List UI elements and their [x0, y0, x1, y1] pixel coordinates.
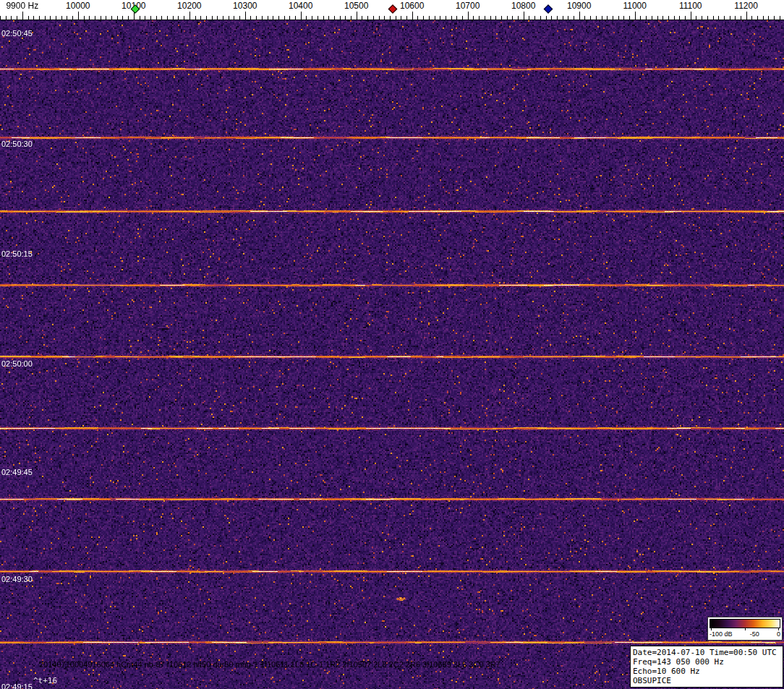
freq-label-10300: 10300 [233, 1, 257, 11]
minor-tick [668, 16, 669, 20]
minor-tick [574, 16, 574, 20]
freq-label-10900: 10900 [567, 1, 591, 11]
minor-tick [61, 16, 62, 20]
minor-tick [178, 16, 179, 20]
major-tick [635, 12, 636, 20]
major-tick [189, 12, 190, 20]
minor-tick [584, 16, 585, 20]
minor-tick [206, 16, 207, 20]
minor-tick [95, 16, 95, 20]
freq-label-11100: 11100 [679, 1, 702, 11]
minor-tick [101, 16, 101, 20]
minor-tick [406, 16, 407, 20]
minor-tick [780, 16, 780, 20]
minor-tick [512, 16, 513, 20]
waterfall-area: 02:50:4502:50:3002:50:1502:50:0002:49:45… [0, 20, 784, 689]
freq-label-10800: 10800 [511, 1, 535, 11]
minor-tick [417, 16, 418, 20]
minor-tick [546, 16, 547, 20]
major-tick [746, 12, 747, 20]
minor-tick [111, 16, 112, 20]
colorbar-ticks [710, 628, 780, 630]
major-tick [301, 12, 302, 20]
spectrogram-canvas[interactable] [0, 20, 784, 689]
minor-tick [657, 16, 658, 20]
minor-tick [234, 16, 234, 20]
minor-tick [351, 16, 351, 20]
info-date-line: Date=2014-07-10 Time=00:50 UTC [633, 648, 780, 657]
freq-label-11000: 11000 [623, 1, 646, 11]
minor-tick [674, 16, 675, 20]
minor-tick [446, 16, 446, 20]
minor-tick [451, 16, 452, 20]
minor-tick [440, 16, 440, 20]
minor-tick [67, 16, 67, 20]
minor-tick [229, 16, 229, 20]
minor-tick [161, 16, 162, 20]
red-diamond-marker[interactable] [388, 4, 397, 14]
major-tick [468, 12, 469, 20]
minor-tick [607, 16, 608, 20]
minor-tick [735, 16, 736, 20]
minor-tick [289, 16, 290, 20]
minor-tick [473, 16, 474, 20]
minor-tick [0, 16, 1, 20]
minor-tick [718, 16, 719, 20]
minor-tick [373, 16, 374, 20]
minor-tick [730, 16, 730, 20]
minor-tick [334, 16, 335, 20]
minor-tick [679, 16, 680, 20]
minor-tick [122, 16, 123, 20]
major-tick [22, 12, 23, 20]
minor-tick [128, 16, 129, 20]
db-colorbar-legend: -100 dB -50 0 [707, 617, 783, 641]
minor-tick [367, 16, 368, 20]
minor-tick [429, 16, 430, 20]
colorbar-label-mid: -50 [750, 630, 759, 638]
minor-tick [140, 16, 140, 20]
minor-tick [28, 16, 29, 20]
minor-tick [495, 16, 496, 20]
minor-tick [529, 16, 529, 20]
minor-tick [262, 16, 263, 20]
minor-tick [145, 16, 145, 20]
minor-tick [590, 16, 591, 20]
minor-tick [423, 16, 424, 20]
minor-tick [184, 16, 184, 20]
major-tick [579, 12, 580, 20]
minor-tick [713, 16, 714, 20]
minor-tick [757, 16, 758, 20]
event-detection-text: 20140710004916064 hCnt44 nb-87 f10612 hi… [39, 660, 500, 669]
minor-tick [312, 16, 312, 20]
minor-tick [462, 16, 463, 20]
minor-tick [568, 16, 568, 20]
minor-tick [250, 16, 251, 20]
minor-tick [534, 16, 535, 20]
minor-tick [268, 16, 268, 20]
time-label-3: 02:50:00 [1, 359, 33, 368]
freq-label-9900: 9900 Hz [6, 1, 38, 11]
minor-tick [646, 16, 647, 20]
minor-tick [17, 16, 17, 20]
minor-tick [640, 16, 641, 20]
minor-tick [629, 16, 630, 20]
time-label-5: 02:49:30 [1, 575, 33, 583]
minor-tick [217, 16, 218, 20]
minor-tick [295, 16, 296, 20]
freq-label-10500: 10500 [344, 1, 368, 11]
minor-tick [456, 16, 457, 20]
minor-tick [479, 16, 480, 20]
minor-tick [33, 16, 34, 20]
minor-tick [362, 16, 362, 20]
minor-tick [557, 16, 558, 20]
colorbar-tick [778, 628, 779, 630]
info-echo-line: Echo=10 600 Hz [633, 667, 780, 676]
info-station-line: OBSUPICE [633, 676, 780, 685]
minor-tick [485, 16, 485, 20]
minor-tick [284, 16, 285, 20]
minor-tick [384, 16, 385, 20]
minor-tick [507, 16, 508, 20]
minor-tick [741, 16, 741, 20]
minor-tick [340, 16, 341, 20]
blue-diamond-marker[interactable] [544, 4, 553, 14]
